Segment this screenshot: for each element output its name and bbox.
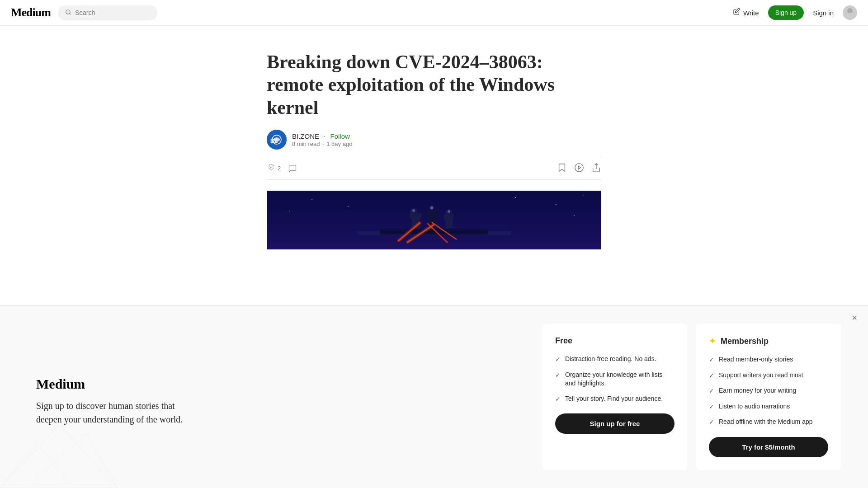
hero-image <box>267 191 601 249</box>
search-input[interactable] <box>75 9 150 16</box>
author-row: BZ BI.ZONE · Follow 8 min read · 1 day a… <box>267 130 601 150</box>
svg-point-31 <box>348 206 349 207</box>
clap-count: 2 <box>278 165 281 172</box>
action-bar-left: 2 <box>267 164 297 173</box>
comment-button[interactable] <box>288 164 297 173</box>
svg-point-30 <box>311 199 312 200</box>
clap-button[interactable]: 2 <box>267 164 281 173</box>
svg-point-32 <box>515 197 516 198</box>
separator-dot: · <box>324 132 326 141</box>
author-avatar[interactable]: BZ <box>267 130 287 150</box>
svg-point-0 <box>66 9 70 14</box>
svg-point-22 <box>448 210 450 213</box>
article-meta: 8 min read · 1 day ago <box>292 141 352 147</box>
svg-point-33 <box>556 204 557 205</box>
follow-button[interactable]: Follow <box>330 132 349 140</box>
author-name: BI.ZONE <box>292 132 319 140</box>
article-title: Breaking down CVE-2024–38063: remote exp… <box>267 51 601 119</box>
author-info: BI.ZONE · Follow 8 min read · 1 day ago <box>292 132 352 147</box>
share-icon <box>591 163 601 173</box>
share-button[interactable] <box>591 163 601 174</box>
medium-logo: Medium <box>11 6 51 19</box>
svg-marker-7 <box>578 166 581 169</box>
read-time: 8 min read <box>292 141 320 147</box>
hero-image-bg <box>267 191 601 249</box>
listen-button[interactable] <box>574 163 584 174</box>
bookmark-icon <box>557 163 567 173</box>
author-name-row: BI.ZONE · Follow <box>292 132 352 141</box>
signup-button[interactable]: Sign up <box>768 5 804 20</box>
svg-point-14 <box>412 209 415 212</box>
write-icon <box>732 8 741 18</box>
write-button[interactable]: Write <box>732 8 759 18</box>
svg-point-35 <box>289 211 290 211</box>
meta-dot: · <box>322 141 326 147</box>
svg-point-36 <box>574 215 575 216</box>
main-content: Breaking down CVE-2024–38063: remote exp… <box>267 0 601 267</box>
clap-icon <box>267 164 276 173</box>
search-icon <box>65 9 71 17</box>
save-button[interactable] <box>557 163 567 174</box>
avatar[interactable] <box>843 5 857 20</box>
play-icon <box>574 163 584 173</box>
action-bar-right <box>557 163 601 174</box>
svg-line-1 <box>70 13 71 14</box>
action-bar: 2 <box>267 157 601 180</box>
published-time: 1 day ago <box>326 141 352 147</box>
write-label: Write <box>743 9 759 17</box>
header-left: Medium <box>11 5 157 20</box>
signin-button[interactable]: Sign in <box>813 9 834 17</box>
svg-point-6 <box>575 164 583 172</box>
header: Medium Write Sign up Sign in <box>0 0 868 26</box>
svg-point-34 <box>583 195 584 196</box>
svg-point-18 <box>430 206 434 210</box>
header-right: Write Sign up Sign in <box>732 5 857 20</box>
comment-icon <box>288 164 297 173</box>
search-box[interactable] <box>58 5 157 20</box>
